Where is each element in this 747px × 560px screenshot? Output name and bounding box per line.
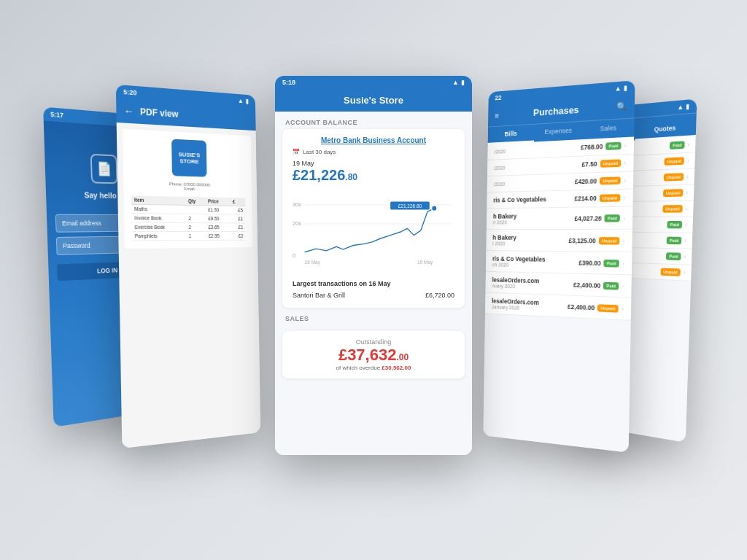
item-price: £1.50 (205, 206, 230, 214)
login-logo: 📄 (90, 154, 118, 184)
list-item[interactable]: h Bakery rl 2020 £4,027.20 Paid › (487, 207, 633, 230)
vendor-name: ris & Co Vegetables (493, 195, 546, 203)
item-amount: £2,400.00 (573, 281, 600, 289)
balance-whole: £21,226 (293, 167, 345, 183)
status-badge: Paid (667, 237, 681, 245)
status-badge: Unpaid (600, 194, 621, 202)
outstanding-cents: .00 (396, 352, 409, 362)
pdf-time: 5:20 (123, 88, 136, 97)
status-badge: Paid (603, 281, 619, 289)
item-name: Maths (131, 204, 185, 214)
item-qty (185, 205, 205, 214)
balance-section-title: ACCOUNT BALANCE (275, 112, 472, 129)
battery-icon: ▮ (686, 103, 689, 111)
store-title: Susie's Store (344, 95, 403, 106)
search-icon[interactable]: 🔍 (616, 101, 627, 112)
balance-chart: 30k 20k 0 £21,226.80 1 (293, 188, 454, 276)
vendor-name: h Bakery (492, 234, 516, 241)
outstanding-whole: £37,632 (338, 346, 397, 364)
pdf-screen: 5:20 ▲ ▮ ← PDF view SUSIE'S STORE Phone:… (116, 85, 260, 448)
pdf-col-qty: Qty (185, 197, 205, 206)
chevron-right-icon: › (622, 282, 624, 289)
purchases-status-icons: ▲ ▮ (615, 84, 627, 93)
status-badge: Unpaid (664, 157, 684, 166)
item-qty: 1 (186, 231, 206, 240)
status-badge: Paid (670, 141, 684, 149)
wifi-icon: ▲ (452, 79, 459, 86)
item-amount: £3,125.00 (569, 237, 596, 244)
chevron-right-icon: › (686, 173, 689, 181)
battery-icon: ▮ (246, 98, 249, 105)
transaction-amount: £6,720.00 (425, 292, 454, 299)
status-badge: Paid (666, 252, 681, 260)
pdf-title: PDF view (140, 106, 179, 120)
status-badge: Unpaid (597, 304, 619, 312)
tab-quotes[interactable]: Quotes (635, 118, 696, 141)
svg-text:16 May: 16 May (305, 260, 321, 265)
item-amount: £214.00 (574, 195, 596, 203)
transaction-name: Santori Bar & Grill (293, 292, 345, 299)
chevron-right-icon: › (624, 159, 626, 167)
svg-point-5 (432, 206, 437, 211)
list-item[interactable]: ris & Co Vegetables £214.00 Unpaid › (487, 190, 633, 209)
pdf-col-total: £ (230, 198, 245, 206)
wifi-icon: ▲ (238, 97, 244, 104)
item-date: /2020 (494, 149, 506, 155)
purchases-title: Purchases (499, 101, 617, 120)
tab-expenses[interactable]: Expenses (534, 122, 583, 142)
list-item[interactable]: lesaleOrders.com January 2020 £2,400.00 … (485, 293, 631, 321)
pdf-content: SUSIE'S STORE Phone: 07000 000000 Email:… (117, 122, 261, 448)
pdf-col-name: Item (131, 195, 185, 205)
status-badge: Unpaid (660, 268, 681, 276)
svg-text:20k: 20k (293, 220, 301, 227)
tab-sales[interactable]: Sales (583, 118, 635, 139)
chevron-right-icon: › (683, 269, 685, 277)
wifi-icon: ▲ (615, 85, 622, 93)
item-amount: £768.00 (581, 143, 603, 152)
list-item[interactable]: ris & Co Vegetables ch 2020 £390.00 Paid… (486, 251, 632, 275)
balance-date: 19 May (293, 160, 454, 167)
back-arrow-icon[interactable]: ← (124, 105, 135, 118)
wifi-icon: ▲ (677, 103, 684, 111)
status-badge: Unpaid (599, 237, 620, 244)
balance-amount: £21,226.80 (293, 167, 454, 184)
pdf-document: SUSIE'S STORE Phone: 07000 000000 Email:… (123, 129, 252, 249)
bank-name[interactable]: Metro Bank Business Account (293, 136, 454, 144)
main-header: Susie's Store (275, 89, 472, 112)
purchases-time: 22 (495, 94, 501, 101)
status-badge: Unpaid (663, 189, 684, 197)
pdf-company-logo: SUSIE'S STORE (171, 139, 206, 177)
item-qty: 2 (185, 214, 205, 222)
sales-card: Outstanding £37,632.00 of which overdue … (282, 331, 465, 378)
calendar-icon: 📅 (293, 149, 300, 155)
date-filter[interactable]: 📅 Last 30 days (293, 149, 454, 155)
status-badge: Paid (605, 142, 621, 150)
item-date: l 2020 (492, 241, 516, 246)
pdf-contact: Phone: 07000 000000 Email: (131, 181, 245, 192)
chevron-right-icon: › (622, 260, 624, 267)
main-content: ACCOUNT BALANCE Metro Bank Business Acco… (275, 112, 472, 455)
purchases-list: /2020 £768.00 Paid › /2020 £7.50 Unpaid … (483, 136, 634, 452)
item-amount: £7.50 (581, 160, 597, 168)
pdf-status-icons: ▲ ▮ (238, 97, 249, 105)
chevron-right-icon: › (622, 237, 624, 244)
sales-section-title: SALES (275, 308, 472, 325)
transaction-row[interactable]: Santori Bar & Grill £6,720.00 (293, 290, 454, 300)
item-price: £9.50 (206, 214, 231, 223)
status-badge: Unpaid (662, 205, 683, 213)
item-total: £2 (231, 232, 246, 241)
chevron-right-icon: › (686, 189, 688, 197)
tab-bills[interactable]: Bills (488, 125, 535, 144)
table-row: Pamphlets 1 £2.95 £2 (132, 231, 246, 240)
status-badge: Unpaid (663, 173, 684, 181)
status-badge: Paid (604, 259, 619, 267)
item-name: Exercise Book (131, 222, 185, 231)
chevron-right-icon: › (623, 214, 625, 222)
pdf-col-price: Price (205, 197, 230, 206)
balance-cents: .80 (345, 172, 357, 182)
list-item[interactable]: h Bakery l 2020 £3,125.00 Unpaid › (486, 230, 632, 252)
chart-svg: 30k 20k 0 £21,226.80 1 (293, 188, 454, 276)
chevron-right-icon: › (684, 237, 686, 244)
search-icons: 🔍 (616, 101, 627, 112)
chevron-right-icon: › (687, 157, 689, 165)
